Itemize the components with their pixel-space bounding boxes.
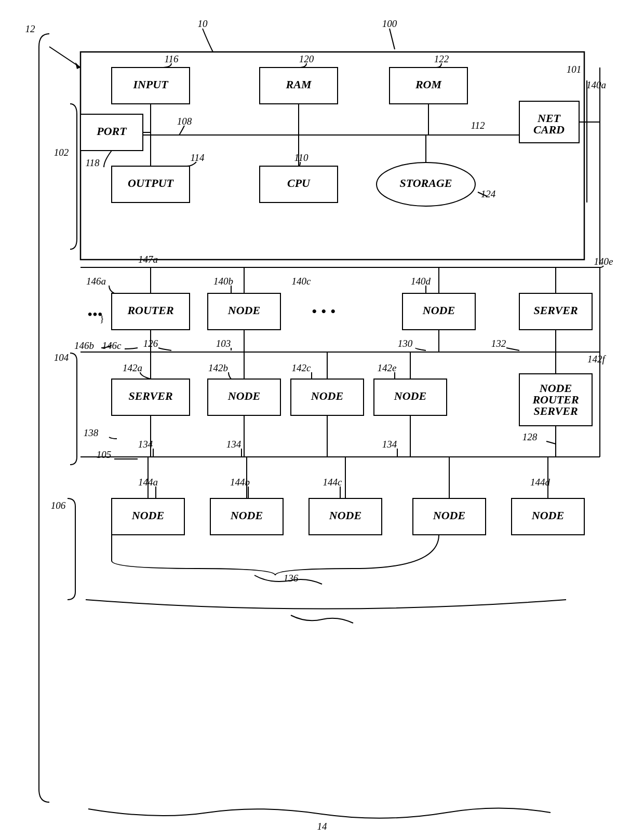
ref-140c: 140c xyxy=(292,276,312,287)
ref-146a: 146a xyxy=(86,276,106,287)
node-top1-label: NODE xyxy=(227,304,260,317)
ref-14: 14 xyxy=(317,821,328,832)
node-bot3-label: NODE xyxy=(329,509,361,522)
ref-130: 130 xyxy=(398,338,413,349)
ref-142c: 142c xyxy=(292,362,312,373)
ref-114: 114 xyxy=(190,152,205,163)
input-label: INPUT xyxy=(132,78,169,91)
dots-middle: • • • xyxy=(312,303,336,320)
ref-147a: 147a xyxy=(138,254,158,265)
ref-138: 138 xyxy=(84,427,99,438)
rom-label: ROM xyxy=(415,78,442,91)
ref-102: 102 xyxy=(54,147,69,158)
ref-140b: 140b xyxy=(213,276,233,287)
ref-146c: 146c xyxy=(102,340,122,351)
node-bot2-label: NODE xyxy=(230,509,263,522)
ref-110: 110 xyxy=(294,152,308,163)
ref-142e: 142e xyxy=(378,362,397,373)
svg-marker-1 xyxy=(75,62,81,69)
output-label: OUTPUT xyxy=(128,177,175,190)
ref-124: 124 xyxy=(481,188,496,199)
ref-132: 132 xyxy=(491,338,506,349)
node-bot4-label: NODE xyxy=(433,509,465,522)
ref-140a: 140a xyxy=(586,79,606,90)
brace-left: } xyxy=(100,314,104,324)
ref-142b: 142b xyxy=(208,362,228,373)
node-mid2-label: NODE xyxy=(311,389,343,402)
ref-116: 116 xyxy=(164,53,179,64)
node-mid1-label: NODE xyxy=(227,389,260,402)
ref-108: 108 xyxy=(177,116,192,127)
ref-134b: 134 xyxy=(226,439,242,450)
ref-122: 122 xyxy=(434,53,449,64)
server-top-label: SERVER xyxy=(533,304,578,317)
ref-103: 103 xyxy=(216,338,231,349)
ref-10: 10 xyxy=(198,18,208,29)
router-label: ROUTER xyxy=(127,304,173,317)
ref-106: 106 xyxy=(51,500,66,511)
server-mid-label: SERVER xyxy=(128,389,172,402)
ref-134c: 134 xyxy=(382,439,397,450)
ref-146b: 146b xyxy=(74,340,94,351)
ref-12: 12 xyxy=(25,23,36,34)
ref-140e: 140e xyxy=(594,256,613,267)
ref-140d: 140d xyxy=(411,276,431,287)
ref-142f: 142f xyxy=(587,354,607,364)
ref-120: 120 xyxy=(299,53,314,64)
ref-128: 128 xyxy=(522,431,538,442)
ref-144d: 144d xyxy=(530,477,551,488)
node-bot5-label: NODE xyxy=(531,509,564,522)
storage-label: STORAGE xyxy=(399,177,452,190)
nrs-label3: SERVER xyxy=(533,404,578,417)
ram-label: RAM xyxy=(286,78,312,91)
ref-104: 104 xyxy=(54,352,69,363)
ref-112: 112 xyxy=(471,120,485,131)
netcard-label2: CARD xyxy=(533,123,565,136)
port-label: PORT xyxy=(96,125,127,138)
ref-101: 101 xyxy=(567,64,582,75)
ref-105: 105 xyxy=(97,449,112,460)
diagram: 12 14 10 100 102 101 INPUT 116 xyxy=(0,0,644,838)
node-bot1-label: NODE xyxy=(131,509,164,522)
node-top2-label: NODE xyxy=(422,304,455,317)
ref-118: 118 xyxy=(85,157,100,168)
ref-144c: 144c xyxy=(323,477,343,488)
ref-142a: 142a xyxy=(123,362,142,373)
ref-136: 136 xyxy=(284,573,299,584)
cpu-label: CPU xyxy=(287,177,311,190)
ref-100: 100 xyxy=(382,18,397,29)
node-mid3-label: NODE xyxy=(394,389,426,402)
